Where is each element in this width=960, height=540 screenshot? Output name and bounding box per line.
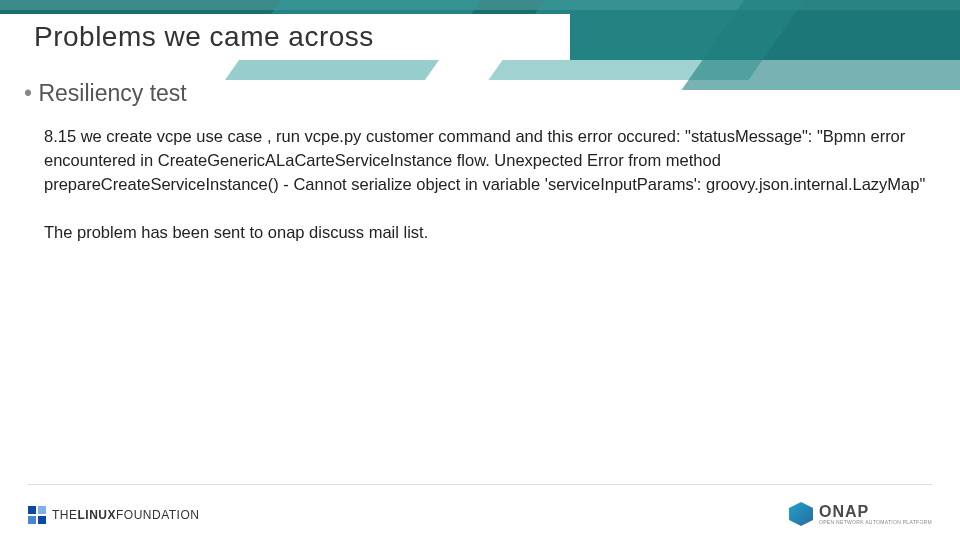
error-paragraph: 8.15 we create vcpe use case , run vcpe.… <box>44 125 936 197</box>
followup-paragraph: The problem has been sent to onap discus… <box>44 221 936 245</box>
lf-suffix: FOUNDATION <box>116 508 199 522</box>
onap-tagline: OPEN NETWORK AUTOMATION PLATFORM <box>819 520 932 525</box>
title-bar: Problems we came across <box>0 14 570 60</box>
onap-name: ONAP <box>819 504 932 520</box>
lf-bold: LINUX <box>78 508 117 522</box>
onap-text: ONAP OPEN NETWORK AUTOMATION PLATFORM <box>819 504 932 525</box>
slide: Problems we came across Resiliency test … <box>0 0 960 540</box>
footer: THELINUXFOUNDATION ONAP OPEN NETWORK AUT… <box>0 492 960 526</box>
footer-separator <box>28 484 932 485</box>
lf-mark-icon <box>28 506 46 524</box>
onap-logo: ONAP OPEN NETWORK AUTOMATION PLATFORM <box>789 502 932 526</box>
content-area: Resiliency test 8.15 we create vcpe use … <box>24 80 936 269</box>
bullet-resiliency: Resiliency test <box>24 80 936 107</box>
lf-prefix: THE <box>52 508 78 522</box>
slide-title: Problems we came across <box>0 21 374 53</box>
lf-text: THELINUXFOUNDATION <box>52 508 199 522</box>
onap-hex-icon <box>789 502 813 526</box>
linux-foundation-logo: THELINUXFOUNDATION <box>28 506 199 524</box>
